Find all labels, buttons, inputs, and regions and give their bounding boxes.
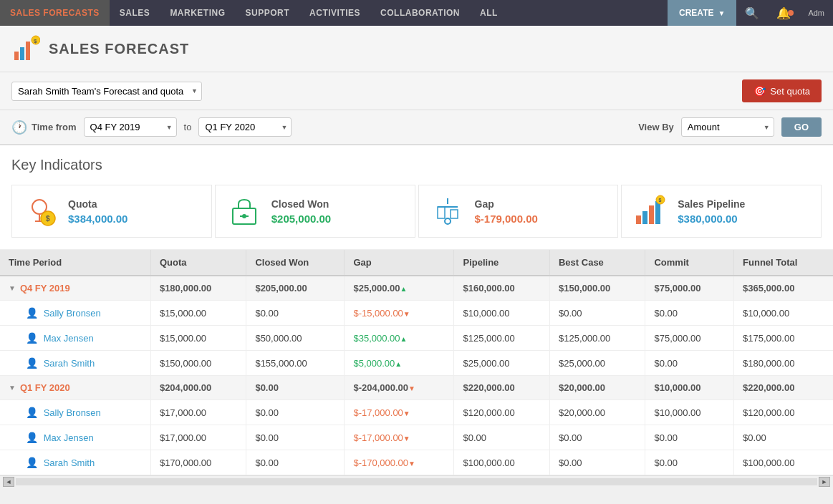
quarter-funnel-total: $220,000.00 [734,376,833,400]
go-button[interactable]: GO [781,117,822,137]
member-name[interactable]: Sally Bronsen [44,308,101,319]
col-quota: Quota [150,250,246,276]
scroll-right-button[interactable]: ► [819,477,830,487]
col-funnel-total: Funnel Total [734,250,833,276]
quarter-label-cell: ▼ Q4 FY 2019 [0,276,150,301]
forecast-select-wrap: Sarah Smith Team's Forecast and quota [11,82,202,101]
person-icon: 👤 [26,332,38,344]
col-closed-won: Closed Won [246,250,345,276]
member-funnel-total: $10,000.00 [734,301,833,326]
table-row: 👤 Sarah Smith $170,000.00 $0.00 $-170,00… [0,450,833,475]
member-best-case: $20,000.00 [549,400,645,425]
nav-support[interactable]: SUPPORT [236,0,300,26]
member-funnel-total: $180,000.00 [734,351,833,376]
time-to-select-wrap: Q1 FY 2020 Q2 FY 2020 Q3 FY 2020 [198,117,292,137]
member-gap: $5,000.00▲ [345,351,454,376]
nav-sales[interactable]: SALES [110,0,160,26]
sales-pipeline-value: $380,000.00 [678,213,745,225]
notifications-icon[interactable]: 🔔 [768,6,799,20]
table-header: Time Period Quota Closed Won Gap Pipelin… [0,250,833,276]
quarter-funnel-total: $365,000.00 [734,276,833,301]
member-gap: $35,000.00▲ [345,326,454,351]
indicators-row: $ Quota $384,000.00 Closed Won $205,000.… [0,179,833,250]
member-name-cell: 👤 Sarah Smith [0,351,150,376]
member-quota: $15,000.00 [150,326,246,351]
view-by-select-wrap: Amount Count [681,117,774,137]
member-pipeline: $120,000.00 [454,400,550,425]
quarter-label-cell: ▼ Q1 FY 2020 [0,376,150,400]
nav-marketing[interactable]: MARKETING [160,0,235,26]
member-gap: $-15,000.00▼ [345,301,454,326]
sales-pipeline-icon: $ [633,194,668,228]
member-quota: $150,000.00 [150,351,246,376]
quarter-gap: $25,000.00▲ [345,276,454,301]
key-indicators-title: Key Indicators [0,145,833,179]
member-closed-won: $155,000.00 [246,351,345,376]
scroll-track[interactable] [16,478,817,485]
member-name[interactable]: Sarah Smith [44,358,95,369]
svg-text:$: $ [46,215,50,223]
member-name[interactable]: Sarah Smith [44,457,95,468]
closed-won-label: Closed Won [271,198,331,210]
filter-bar: 🕐 Time from Q4 FY 2019 Q3 FY 2019 Q2 FY … [0,110,833,145]
scroll-left-button[interactable]: ◄ [3,477,14,487]
quarter-commit: $10,000.00 [645,376,734,400]
member-closed-won: $50,000.00 [246,326,345,351]
member-name[interactable]: Max Jensen [44,333,94,344]
time-to-select[interactable]: Q1 FY 2020 Q2 FY 2020 Q3 FY 2020 [198,117,292,137]
gap-label: Gap [475,198,538,210]
quarter-pipeline: $160,000.00 [454,276,550,301]
sales-forecast-icon: $ [11,34,40,63]
view-by-label: View By [638,122,674,132]
expand-icon[interactable]: ▼ [9,384,16,392]
nav-all[interactable]: ALL [470,0,508,26]
sales-pipeline-label: Sales Pipeline [678,198,745,210]
table-body: ▼ Q4 FY 2019 $180,000.00 $205,000.00 $25… [0,276,833,475]
member-commit: $10,000.00 [645,400,734,425]
svg-point-12 [242,214,246,218]
col-commit: Commit [645,250,734,276]
nav-sales-forecasts[interactable]: SALES FORECASTS [0,0,110,26]
table-row: 👤 Max Jensen $17,000.00 $0.00 $-17,000.0… [0,425,833,450]
quarter-pipeline: $220,000.00 [454,376,550,400]
horizontal-scrollbar[interactable]: ◄ ► [0,475,833,487]
svg-text:$: $ [34,38,37,44]
person-icon: 👤 [26,457,38,468]
forecast-table-container: Time Period Quota Closed Won Gap Pipelin… [0,250,833,487]
member-name-cell: 👤 Max Jensen [0,326,150,351]
forecast-select[interactable]: Sarah Smith Team's Forecast and quota [11,82,202,101]
nav-collaboration[interactable]: COLLABORATION [370,0,470,26]
svg-rect-1 [20,47,24,60]
person-icon: 👤 [26,307,38,319]
col-time-period: Time Period [0,250,150,276]
member-quota: $17,000.00 [150,425,246,450]
member-name-cell: 👤 Sarah Smith [0,450,150,475]
member-best-case: $0.00 [549,450,645,475]
member-name-cell: 👤 Sally Bronsen [0,301,150,326]
member-name[interactable]: Sally Bronsen [44,407,101,418]
quarter-best-case: $150,000.00 [549,276,645,301]
create-button[interactable]: CREATE ▼ [668,0,736,26]
member-best-case: $25,000.00 [549,351,645,376]
search-icon[interactable]: 🔍 [736,6,768,20]
member-closed-won: $0.00 [246,301,345,326]
svg-text:$: $ [659,198,662,203]
quarter-closed-won: $0.00 [246,376,345,400]
time-from-select-wrap: Q4 FY 2019 Q3 FY 2019 Q2 FY 2019 [84,117,177,137]
member-name[interactable]: Max Jensen [44,432,94,443]
member-name-cell: 👤 Max Jensen [0,425,150,450]
indicator-closed-won: Closed Won $205,000.00 [215,185,415,238]
quota-value: $384,000.00 [68,213,127,225]
indicator-gap: Gap $-179,000.00 [418,185,619,238]
svg-rect-2 [26,42,30,60]
quarter-best-case: $20,000.00 [549,376,645,400]
set-quota-button[interactable]: 🎯 Set quota [742,79,822,102]
member-name-cell: 👤 Sally Bronsen [0,400,150,425]
member-pipeline: $0.00 [454,425,550,450]
time-from-select[interactable]: Q4 FY 2019 Q3 FY 2019 Q2 FY 2019 [84,117,177,137]
nav-activities[interactable]: ACTIVITIES [299,0,370,26]
view-by-select[interactable]: Amount Count [681,117,774,137]
expand-icon[interactable]: ▼ [9,284,16,292]
closed-won-value: $205,000.00 [271,213,331,225]
svg-point-18 [445,218,451,224]
